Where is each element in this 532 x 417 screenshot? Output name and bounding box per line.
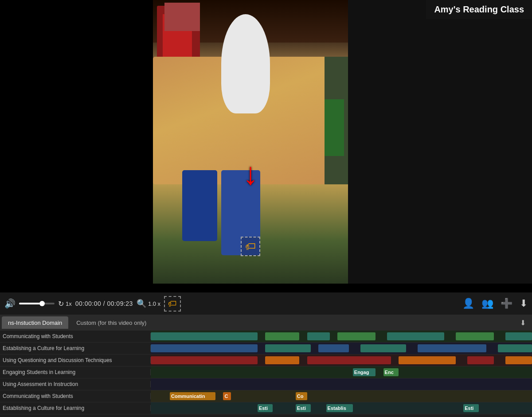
segment[interactable]	[307, 356, 391, 364]
segment[interactable]: Communicatin	[170, 392, 215, 400]
row-track-6[interactable]: Communicatin C Co	[151, 390, 532, 402]
segment[interactable]: Esti	[463, 404, 478, 412]
segment[interactable]: Engag	[353, 368, 376, 376]
row-label-7: Establishing a Culture for Learning	[0, 405, 151, 411]
segment[interactable]	[505, 356, 532, 364]
tag-icon: 🏷	[168, 299, 177, 309]
segment[interactable]	[467, 356, 494, 364]
timeline-row: Communicating with Students	[0, 331, 532, 343]
segment[interactable]	[418, 344, 486, 352]
time-display: 00:00:00 / 00:09:23	[75, 300, 133, 307]
timeline-export-icon[interactable]: ⬇	[520, 319, 530, 327]
segment[interactable]: Esti	[258, 404, 273, 412]
row-track-2[interactable]	[151, 343, 532, 354]
row-track-4[interactable]: Engag Enc	[151, 366, 532, 378]
segment[interactable]: Enc	[383, 368, 399, 376]
segment[interactable]	[498, 344, 532, 352]
person-icon[interactable]: 👤	[462, 298, 474, 309]
segment[interactable]	[318, 344, 349, 352]
video-container: ↓ 🏷 Amy's Reading Class 🔊 ↻ 1x 00:00:00 …	[0, 0, 532, 315]
row-label-1: Communicating with Students	[0, 333, 151, 339]
add-icon[interactable]: ➕	[501, 298, 512, 309]
segment[interactable]	[456, 332, 494, 340]
row-track-3[interactable]	[151, 355, 532, 366]
tab-custom[interactable]: Custom (for this video only)	[70, 316, 153, 329]
tag-button[interactable]: 🏷	[164, 296, 181, 312]
volume-slider[interactable]	[19, 303, 55, 304]
right-controls: 👤 👥 ➕ ⬇	[462, 298, 528, 309]
segment[interactable]	[265, 356, 299, 364]
timeline-row: Using Questioning and Discussion Techniq…	[0, 355, 532, 366]
row-label-6: Communicating with Students	[0, 393, 151, 399]
segment[interactable]	[265, 344, 311, 352]
segment[interactable]: C	[223, 392, 231, 400]
segment[interactable]: Establis	[326, 404, 353, 412]
segment[interactable]	[360, 344, 406, 352]
timeline-row: Establishing a Culture for Learning	[0, 343, 532, 355]
export-icon[interactable]: ⬇	[520, 298, 528, 309]
row-track-7[interactable]: Esti Esti Establis Esti	[151, 402, 532, 414]
timeline-row: Engaging Students in Learning Engag Enc	[0, 366, 532, 378]
segment[interactable]	[151, 332, 258, 340]
row-label-5: Using Assessment in Instruction	[0, 381, 151, 387]
tab-domain[interactable]: ns-Instuction Domain	[2, 316, 68, 329]
left-black-bar	[0, 0, 153, 284]
segment[interactable]	[387, 332, 444, 340]
list-person-icon[interactable]: 👥	[481, 298, 493, 309]
segment[interactable]	[151, 344, 258, 352]
segment[interactable]	[337, 332, 376, 340]
tag-symbol: 🏷	[245, 240, 256, 253]
speed-button[interactable]: ↻ 1x	[58, 300, 72, 308]
controls-bar: 🔊 ↻ 1x 00:00:00 / 00:09:23 🔍 1.0 x 🏷 👤	[0, 292, 532, 315]
row-label-4: Engaging Students in Learning	[0, 369, 151, 375]
timeline-row: Establishing a Culture for Learning Esti…	[0, 402, 532, 414]
row-track-5[interactable]	[151, 378, 532, 390]
zoom-button[interactable]: 🔍 1.0 x	[137, 299, 160, 308]
timeline-row: Using Assessment in Instruction	[0, 378, 532, 390]
timeline-tabs: ns-Instuction Domain Custom (for this vi…	[0, 315, 532, 331]
video-frame[interactable]: ↓ 🏷	[153, 0, 348, 284]
right-black-bar	[348, 0, 532, 284]
timeline-row: Communicating with Students Communicatin…	[0, 390, 532, 402]
segment[interactable]	[265, 332, 299, 340]
row-label-2: Establishing a Culture for Learning	[0, 345, 151, 351]
tag-icon-overlay[interactable]: 🏷	[241, 237, 260, 256]
segment[interactable]: Esti	[296, 404, 311, 412]
video-title: Amy's Reading Class	[426, 0, 532, 19]
segment[interactable]	[505, 332, 532, 340]
row-label-3: Using Questioning and Discussion Techniq…	[0, 357, 151, 363]
timeline-rows: Communicating with Students Establishing…	[0, 331, 532, 417]
row-track-1[interactable]	[151, 331, 532, 342]
red-arrow: ↓	[243, 156, 258, 191]
timeline-section: ns-Instuction Domain Custom (for this vi…	[0, 315, 532, 417]
segment[interactable]: Co	[296, 392, 307, 400]
segment[interactable]	[307, 332, 330, 340]
segment[interactable]	[151, 356, 258, 364]
volume-icon[interactable]: 🔊	[4, 298, 16, 309]
segment[interactable]	[399, 356, 456, 364]
